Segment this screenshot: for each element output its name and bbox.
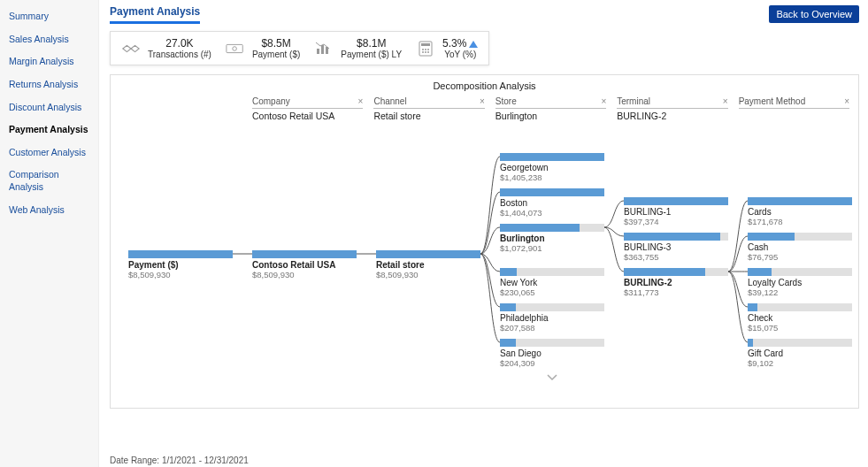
back-to-overview-button[interactable]: Back to Overview	[769, 5, 859, 23]
svg-point-9	[427, 49, 429, 50]
node-bar	[500, 153, 604, 161]
kpi-value: 27.0K	[148, 37, 211, 50]
decomposition-breadcrumbs: Company×Contoso Retail USAChannel×Retail…	[252, 96, 849, 121]
breadcrumb-company[interactable]: Company×Contoso Retail USA	[252, 96, 363, 121]
close-icon[interactable]: ×	[358, 96, 364, 106]
kpi-value: $8.1M	[341, 37, 402, 50]
node-name: BURLING-3	[624, 242, 728, 253]
sidebar-item-discount-analysis[interactable]: Discount Analysis	[0, 96, 98, 119]
node-store-new-york[interactable]: New York$230,065	[500, 268, 604, 297]
breadcrumb-store[interactable]: Store×Burlington	[495, 96, 606, 121]
node-company[interactable]: Contoso Retail USA$8,509,930	[252, 250, 357, 279]
close-icon[interactable]: ×	[601, 96, 606, 106]
node-bar	[624, 268, 728, 276]
node-store-san-diego[interactable]: San Diego$204,309	[500, 339, 604, 368]
node-bar	[376, 250, 480, 258]
svg-point-8	[425, 49, 426, 50]
svg-point-11	[425, 51, 426, 53]
node-name: BURLING-2	[624, 278, 728, 288]
decomposition-tree[interactable]: Payment ($)$8,509,930Contoso Retail USA$…	[119, 135, 849, 401]
node-bar	[748, 303, 852, 311]
kpi-label: Payment ($) LY	[341, 50, 402, 59]
node-store-boston[interactable]: Boston$1,404,073	[500, 188, 604, 218]
sidebar-item-payment-analysis[interactable]: Payment Analysis	[0, 119, 98, 142]
node-bar	[500, 303, 604, 311]
svg-rect-2	[317, 49, 319, 54]
kpi-payment-ly: $8.1MPayment ($) LY	[314, 37, 402, 59]
node-name: Boston	[500, 198, 604, 209]
node-bar	[500, 188, 604, 196]
main-content: Payment Analysis Back to Overview 27.0KT…	[99, 0, 868, 467]
kpi-label: YoY (%)	[442, 50, 478, 59]
node-bar	[748, 339, 852, 347]
breadcrumb-name: Store	[495, 96, 517, 106]
node-name: Philadelphia	[500, 313, 604, 324]
close-icon[interactable]: ×	[480, 96, 485, 106]
node-value: $397,374	[624, 218, 728, 227]
close-icon[interactable]: ×	[723, 96, 728, 106]
node-value: $1,072,901	[500, 244, 604, 254]
node-channel[interactable]: Retail store$8,509,930	[376, 250, 480, 279]
chevron-down-icon[interactable]	[546, 372, 558, 385]
node-value: $8,509,930	[128, 271, 233, 280]
node-value: $311,773	[624, 288, 728, 298]
node-value: $230,065	[500, 288, 604, 298]
node-value: $76,795	[748, 253, 852, 263]
breadcrumb-name: Company	[252, 96, 290, 106]
node-root[interactable]: Payment ($)$8,509,930	[128, 250, 233, 279]
svg-rect-3	[321, 45, 324, 54]
node-store-georgetown[interactable]: Georgetown$1,405,238	[500, 153, 604, 182]
node-bar	[624, 197, 728, 205]
date-range-label: Date Range:	[110, 456, 159, 465]
node-bar	[624, 233, 728, 241]
breadcrumb-name: Payment Method	[739, 96, 806, 106]
close-icon[interactable]: ×	[844, 96, 849, 106]
svg-point-7	[422, 49, 424, 50]
node-store-philadelphia[interactable]: Philadelphia$207,588	[500, 303, 604, 333]
sidebar-item-comparison-analysis[interactable]: Comparison Analysis	[0, 164, 98, 198]
svg-rect-0	[227, 44, 242, 52]
svg-point-10	[422, 51, 424, 53]
breadcrumb-value: Retail store	[373, 109, 484, 121]
kpi-value: 5.3%	[442, 37, 478, 50]
node-method-check[interactable]: Check$15,075	[748, 303, 852, 333]
node-store-burlington[interactable]: Burlington$1,072,901	[500, 224, 604, 253]
node-name: San Diego	[500, 348, 604, 359]
node-value: $207,588	[500, 324, 604, 333]
sidebar-item-web-analysis[interactable]: Web Analysis	[0, 199, 98, 222]
node-name: BURLING-1	[624, 207, 728, 218]
breadcrumb-channel[interactable]: Channel×Retail store	[373, 96, 484, 121]
footer-date-range: Date Range: 1/1/2021 - 12/31/2021	[110, 456, 249, 465]
node-name: New York	[500, 278, 604, 288]
node-terminal-burling-3[interactable]: BURLING-3$363,755	[624, 233, 728, 262]
sidebar-item-customer-analysis[interactable]: Customer Analysis	[0, 142, 98, 165]
node-name: Cash	[748, 242, 852, 253]
node-value: $9,102	[748, 359, 852, 369]
breadcrumb-value	[739, 109, 849, 111]
calculator-icon	[416, 41, 435, 57]
sidebar-item-returns-analysis[interactable]: Returns Analysis	[0, 73, 98, 96]
node-method-cards[interactable]: Cards$171,678	[748, 197, 852, 226]
decomposition-title: Decomposition Analysis	[119, 80, 849, 91]
node-name: Loyalty Cards	[748, 278, 852, 288]
sidebar-item-sales-analysis[interactable]: Sales Analysis	[0, 28, 98, 51]
node-terminal-burling-2[interactable]: BURLING-2$311,773	[624, 268, 728, 297]
breadcrumb-payment-method[interactable]: Payment Method×	[739, 96, 849, 121]
node-bar	[500, 224, 604, 232]
node-method-cash[interactable]: Cash$76,795	[748, 233, 852, 262]
breadcrumb-value: BURLING-2	[617, 109, 727, 121]
node-bar	[748, 268, 852, 276]
node-name: Cards	[748, 207, 852, 218]
breadcrumb-terminal[interactable]: Terminal×BURLING-2	[617, 96, 727, 121]
node-name: Gift Card	[748, 348, 852, 359]
node-terminal-burling-1[interactable]: BURLING-1$397,374	[624, 197, 728, 226]
date-range-value: 1/1/2021 - 12/31/2021	[162, 456, 249, 465]
sidebar-item-margin-analysis[interactable]: Margin Analysis	[0, 50, 98, 73]
node-method-loyalty-cards[interactable]: Loyalty Cards$39,122	[748, 268, 852, 297]
node-method-gift-card[interactable]: Gift Card$9,102	[748, 339, 852, 368]
page-title: Payment Analysis	[110, 5, 200, 24]
node-value: $39,122	[748, 288, 852, 298]
breadcrumb-name: Channel	[373, 96, 406, 106]
kpi-label: Payment ($)	[252, 50, 300, 59]
sidebar-item-summary[interactable]: Summary	[0, 5, 98, 28]
